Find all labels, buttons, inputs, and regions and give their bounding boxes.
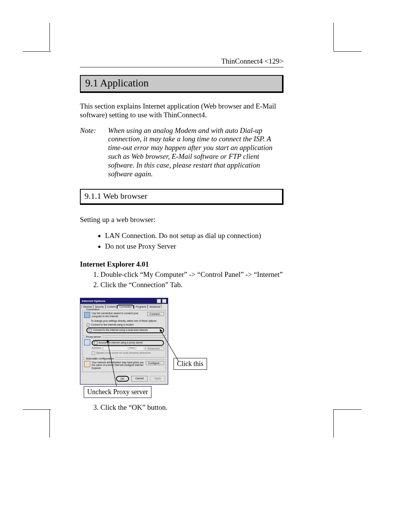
dialog-body: General Security Content Connection Prog…: [80, 304, 168, 384]
subsection-heading: 9.1.1 Web browser: [80, 189, 284, 205]
group-autoconfig: Automatic configuration Your network adm…: [82, 359, 166, 372]
section-heading: 9.1 Application: [80, 75, 284, 93]
radio-icon: [89, 329, 92, 332]
radio-lan[interactable]: Connect to the Internet using a local ar…: [86, 328, 164, 333]
callout-uncheck-proxy: Uncheck Proxy server: [84, 386, 151, 398]
dialog-title-text: Internet Options: [82, 299, 105, 303]
crop-mark: [333, 409, 334, 438]
ok-button[interactable]: OK: [116, 376, 129, 382]
window-controls: ? x: [156, 299, 166, 303]
globe-icon: [84, 312, 90, 318]
crop-mark: [23, 51, 51, 52]
connection-desc: Use the connection wizard to connect you…: [92, 312, 146, 318]
options-intro: To change your settings directly, select…: [91, 320, 164, 322]
numbered-list-continued: Click the “OK” button.: [92, 403, 284, 412]
intro-paragraph: This section explains Internet applicati…: [80, 102, 284, 120]
list-item: Click the “Connection” Tab.: [100, 280, 284, 289]
ie-heading: Internet Explorer 4.01: [80, 260, 284, 268]
setup-intro: Setting up a web browser:: [80, 216, 284, 224]
callout-click-this: Click this: [174, 358, 207, 370]
tab-connection[interactable]: Connection: [117, 305, 134, 308]
checkbox-proxy[interactable]: Access the Internet using a proxy server: [92, 340, 164, 346]
embedded-screenshot: Internet Options ? x General Security Co…: [80, 298, 278, 401]
crop-mark: [333, 51, 362, 52]
checkbox-icon: [94, 341, 97, 345]
port-label: Port:: [129, 347, 135, 351]
crop-mark: [49, 409, 50, 438]
group-connection: Connection Use the connection wizard to …: [82, 310, 166, 335]
connect-button[interactable]: Connect...: [147, 312, 164, 316]
checkbox-label: Access the Internet using a proxy server: [99, 341, 143, 344]
list-item: Double-click “My Computer” -> “Control P…: [100, 270, 284, 279]
list-item: LAN Connection. Do not setup as dial up …: [105, 231, 284, 240]
group-label: Connection: [85, 308, 100, 311]
port-input[interactable]: [136, 347, 144, 350]
crop-mark: [333, 409, 362, 410]
server-icon: [84, 361, 90, 367]
group-label: Proxy server: [85, 335, 102, 338]
note-body: When using an analog Modem and with auto…: [108, 126, 284, 179]
proxy-icon: [84, 339, 90, 345]
tab-programs[interactable]: Programs: [134, 305, 148, 308]
note-label: Note:: [80, 126, 101, 179]
list-item: Click the “OK” button.: [100, 403, 284, 412]
group-proxy: Proxy server Access the Internet using a…: [82, 337, 166, 358]
radio-modem[interactable]: Connect to the Internet using a modem: [86, 323, 164, 327]
advanced-button[interactable]: Advanced...: [145, 347, 164, 351]
content-column: ThinConnect4 <129> 9.1 Application This …: [80, 57, 284, 415]
running-header: ThinConnect4 <129>: [80, 57, 284, 67]
checkbox-label: Bypass proxy server for local (Intranet)…: [96, 351, 151, 354]
dialog-footer: OK Cancel Apply: [81, 374, 167, 383]
help-icon[interactable]: ?: [157, 299, 161, 303]
crop-mark: [49, 23, 50, 51]
crop-mark: [333, 23, 334, 51]
page: ThinConnect4 <129> 9.1 Application This …: [0, 0, 411, 532]
note-block: Note: When using an analog Modem and wit…: [80, 126, 284, 179]
group-label: Automatic configuration: [85, 357, 115, 360]
radio-icon: [86, 323, 90, 327]
autoconf-desc: Your network administrator may have give…: [92, 361, 144, 369]
checkbox-bypass[interactable]: Bypass proxy server for local (Intranet)…: [92, 351, 164, 355]
close-icon[interactable]: x: [162, 299, 166, 303]
bullet-list: LAN Connection. Do not setup as dial up …: [105, 231, 284, 251]
address-label: Address:: [92, 347, 102, 351]
cancel-button[interactable]: Cancel: [131, 376, 148, 382]
list-item: Do not use Proxy Server: [105, 242, 284, 251]
dialog-titlebar: Internet Options ? x: [80, 298, 168, 304]
checkbox-icon: [92, 351, 95, 355]
dialog-window: Internet Options ? x General Security Co…: [80, 298, 168, 385]
address-input[interactable]: [103, 347, 129, 350]
tab-content[interactable]: Content: [105, 305, 117, 308]
configure-button[interactable]: Configure...: [146, 361, 164, 365]
crop-mark: [23, 409, 51, 410]
radio-label: Connect to the Internet using a modem: [91, 323, 134, 326]
tab-advanced[interactable]: Advanced: [148, 305, 162, 308]
numbered-list: Double-click “My Computer” -> “Control P…: [92, 270, 284, 290]
radio-label: Connect to the Internet using a local ar…: [93, 329, 148, 331]
apply-button[interactable]: Apply: [150, 376, 165, 382]
